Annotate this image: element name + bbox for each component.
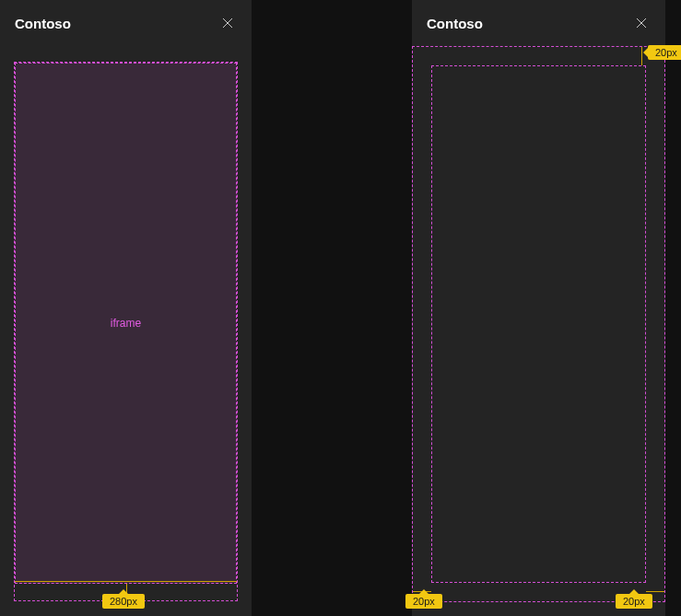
right-edge-strip: [665, 0, 681, 616]
iframe-outline: [412, 46, 665, 602]
iframe-inner-outline: [431, 65, 646, 583]
iframe-label: iframe: [111, 317, 141, 330]
titlebar: Contoso: [0, 0, 252, 46]
margin-top-badge: 20px: [648, 45, 681, 60]
close-button[interactable]: [218, 14, 237, 32]
margin-right-badge: 20px: [616, 594, 652, 609]
margin-left-badge: 20px: [405, 594, 442, 609]
iframe-outline: iframe: [14, 62, 238, 601]
width-measure-line: [15, 581, 237, 582]
panel-left: Contoso iframe: [0, 0, 252, 616]
close-icon: [222, 17, 233, 29]
margin-top-line: [641, 47, 642, 65]
close-button[interactable]: [632, 14, 651, 32]
width-badge: 280px: [102, 594, 145, 609]
margin-right-line: [646, 591, 664, 592]
close-icon: [636, 17, 647, 29]
panel-title: Contoso: [15, 16, 71, 31]
panel-title: Contoso: [427, 16, 483, 31]
panel-gap: [252, 0, 412, 616]
titlebar: Contoso: [412, 0, 665, 46]
iframe-region: iframe: [15, 63, 237, 584]
panel-right: Contoso: [412, 0, 665, 616]
